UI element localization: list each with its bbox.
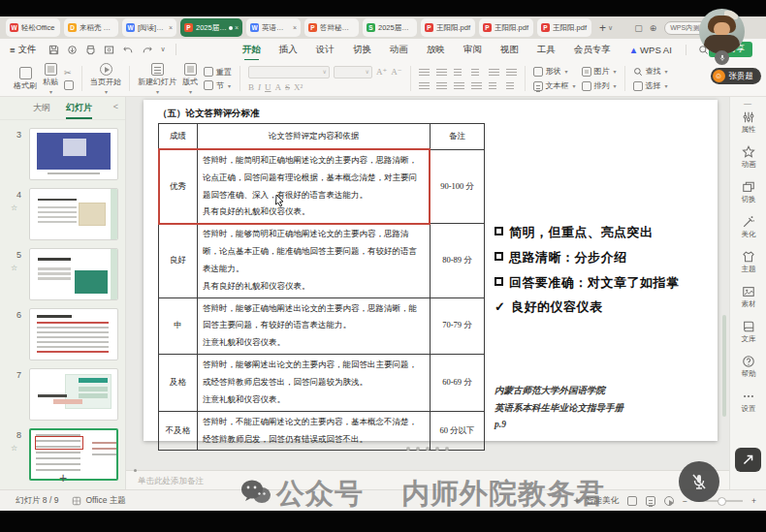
zoom-slider[interactable] (696, 500, 743, 502)
right-panel-1-属性[interactable]: 属性 (730, 110, 766, 135)
menu-item-0[interactable]: 开始 (242, 44, 261, 56)
undo-icon[interactable] (122, 45, 134, 55)
new-slide-button[interactable]: 新建幻灯片 (138, 63, 176, 95)
right-panel-8-帮助[interactable]: 帮助 (730, 355, 766, 379)
menu-item-9[interactable]: 会员专享 (574, 44, 611, 56)
play-from-current-button[interactable]: 当页开始 (90, 63, 121, 95)
normal-view-icon[interactable] (646, 496, 655, 506)
right-panel-5-主题[interactable]: 主题 (730, 250, 766, 274)
panel-minimize-icon[interactable]: — (729, 99, 766, 108)
align-right-icon[interactable] (454, 81, 464, 90)
textbox-button[interactable]: 文本框 (533, 80, 576, 91)
tab-9[interactable]: P王阳阳.pdf (537, 18, 591, 37)
output-icon[interactable] (67, 45, 78, 55)
tab-2[interactable]: W[阅读]内…× (122, 18, 176, 37)
copy-button[interactable] (64, 80, 74, 90)
tab-7[interactable]: P王阳阳.pdf (421, 18, 475, 37)
slide-thumbnail-5[interactable] (29, 248, 118, 300)
menu-item-1[interactable]: 插入 (279, 44, 298, 56)
align-left-icon[interactable] (419, 81, 430, 90)
menu-item-8[interactable]: 工具 (537, 44, 556, 56)
font-control-x²[interactable]: X² (294, 82, 303, 92)
arrange-button[interactable]: 排列 (582, 80, 617, 91)
tab-slides[interactable]: 幻灯片 (66, 102, 92, 114)
menu-item-7[interactable]: 视图 (500, 44, 519, 56)
align-objects-icon[interactable] (506, 81, 517, 90)
menu-item-6[interactable]: 审阅 (463, 44, 482, 56)
theme-indicator[interactable]: Office 主题 (72, 495, 125, 507)
tab-close-icon[interactable]: × (235, 24, 239, 31)
page-dot[interactable] (445, 447, 449, 451)
notes-bar[interactable]: 单击此处添加备注 (126, 470, 729, 489)
notes-splitter-handle[interactable] (134, 469, 137, 472)
font-control-i[interactable]: I (258, 82, 261, 92)
numbered-list-icon[interactable] (436, 68, 447, 77)
menu-item-3[interactable]: 切换 (353, 44, 371, 56)
preview-icon[interactable] (104, 45, 114, 55)
find-button[interactable]: 查找 (633, 66, 668, 77)
save-icon[interactable] (48, 45, 59, 55)
vertical-scrollbar[interactable] (722, 315, 726, 417)
decrease-font-button[interactable]: A⁻ (391, 67, 401, 77)
tab-5[interactable]: P答辩秘书工作 (304, 18, 359, 37)
font-control-u[interactable]: U (265, 82, 271, 92)
zoom-out-button[interactable]: − (683, 496, 687, 506)
columns-icon[interactable] (489, 81, 499, 90)
quick-access-caret[interactable]: ∨ (161, 46, 166, 53)
paste-button[interactable]: 粘贴 (43, 63, 58, 95)
file-menu-button[interactable]: ≡ 文件 (10, 44, 37, 56)
font-control-s[interactable]: S (285, 82, 290, 92)
bullet-list-icon[interactable] (419, 68, 430, 77)
print-icon[interactable] (85, 45, 96, 55)
settings-gear-icon[interactable]: ⊕ (650, 23, 657, 33)
menu-item-4[interactable]: 动画 (390, 44, 408, 56)
section-button[interactable]: 节 (204, 80, 232, 91)
redo-icon[interactable] (142, 45, 153, 55)
right-panel-6-素材[interactable]: 素材 (730, 285, 766, 309)
tab-6[interactable]: S2025届… (363, 18, 417, 37)
right-panel-7-文库[interactable]: 文库 (730, 320, 766, 344)
add-slide-button[interactable]: + (0, 470, 126, 485)
slide-thumbnail-6[interactable] (29, 308, 118, 360)
collaborator-badge[interactable]: ☺ 张贵超 (711, 68, 762, 84)
slide-thumbnail-3[interactable] (29, 128, 118, 180)
decrease-indent-icon[interactable] (454, 68, 464, 77)
tab-close-icon[interactable]: × (293, 24, 297, 31)
align-center-icon[interactable] (436, 81, 447, 90)
tab-3[interactable]: P2025届…× (180, 18, 242, 37)
tab-list-caret[interactable]: ∨ (608, 24, 613, 32)
font-control-b[interactable]: B (248, 82, 254, 92)
tab-outline[interactable]: 大纲 (33, 102, 50, 114)
tab-1[interactable]: D来稻壳 找模板 (64, 18, 118, 37)
page-dot[interactable] (435, 447, 439, 451)
menu-item-5[interactable]: 放映 (427, 44, 445, 56)
justify-icon[interactable] (471, 81, 482, 90)
page-dot[interactable] (406, 447, 410, 451)
tab-0[interactable]: W轻松Office (6, 18, 60, 37)
zoom-in-button[interactable]: + (751, 496, 756, 506)
shapes-button[interactable]: 形状 (533, 66, 576, 77)
page-dot[interactable] (416, 447, 420, 451)
reset-button[interactable]: 重置 (204, 67, 232, 78)
tab-4[interactable]: W英语系2…× (246, 18, 301, 37)
new-tab-button[interactable]: + (599, 21, 606, 35)
right-panel-9-设置[interactable]: 设置 (730, 390, 766, 414)
cut-button[interactable]: ✂ (64, 68, 74, 78)
tab-close-icon[interactable]: × (169, 24, 173, 31)
text-direction-icon[interactable] (506, 68, 517, 77)
select-button[interactable]: 选择 (633, 80, 668, 91)
increase-font-button[interactable]: A⁺ (376, 67, 387, 77)
present-mode-button[interactable] (735, 448, 761, 472)
picture-button[interactable]: 图片 (582, 66, 617, 77)
font-size-select[interactable] (334, 66, 372, 78)
increase-indent-icon[interactable] (471, 68, 482, 77)
menu-item-2[interactable]: 设计 (316, 44, 335, 56)
slide-8[interactable]: （五）论文答辩评分标准 成绩论文答辩评定内容和依据备注优秀答辩时，能简明和正确地… (144, 100, 718, 441)
font-control-a[interactable]: A (275, 82, 282, 92)
restore-window-icon[interactable]: ▢ (634, 23, 643, 33)
right-panel-4-美化[interactable]: 美化 (730, 215, 766, 239)
line-spacing-icon[interactable] (489, 68, 499, 77)
slide-canvas[interactable]: （五）论文答辩评分标准 成绩论文答辩评定内容和依据备注优秀答辩时，能简明和正确地… (126, 97, 729, 470)
font-family-select[interactable] (248, 66, 330, 78)
right-panel-3-切换[interactable]: 切换 (730, 180, 766, 204)
